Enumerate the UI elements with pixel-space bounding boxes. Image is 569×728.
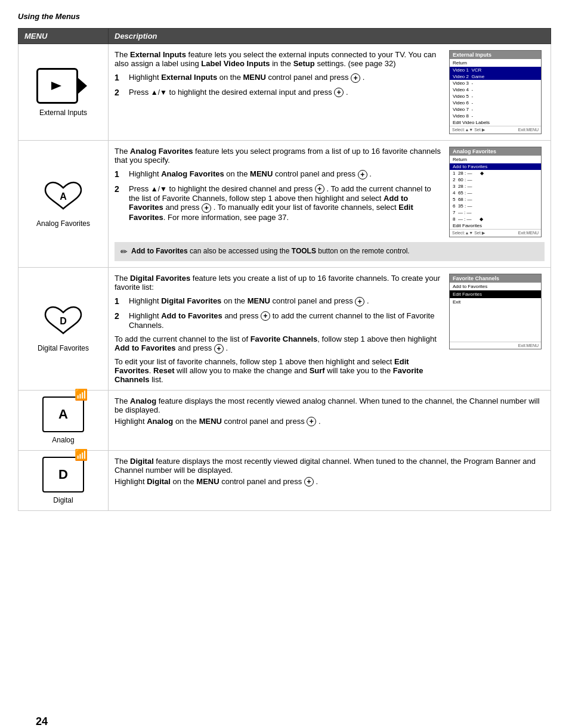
af-row-2: 2 60 : — bbox=[450, 176, 541, 183]
analog-label: Analog bbox=[24, 436, 102, 444]
digital-letter: D bbox=[58, 467, 68, 482]
digital-desc-2: Highlight Digital on the MENU control pa… bbox=[115, 477, 545, 487]
analog-fav-label: Analog Favorites bbox=[24, 219, 102, 228]
menu-cell-analog-fav: A Analog Favorites bbox=[18, 141, 109, 268]
page-wrapper: Using the Menus MENU Description bbox=[18, 12, 551, 728]
af-note-box: ✏ Add to Favorites can also be accessed … bbox=[115, 242, 545, 261]
df-footer-right: Exit:MENU bbox=[518, 343, 539, 348]
antenna-icon: 📶 bbox=[75, 388, 88, 401]
ext-row-1: Video 1 VCR bbox=[450, 67, 541, 73]
af-row-7: 7 — : — bbox=[450, 209, 541, 216]
af-screen-footer: Select:▲▼ Set:▶ Exit:MENU bbox=[450, 229, 541, 237]
df-row-edit: Edit Favorites bbox=[450, 290, 541, 298]
row-analog: A 📶 Analog The Analog feature displays t… bbox=[18, 390, 551, 450]
desc-cell-digital-fav: The Digital Favorites feature lets you c… bbox=[109, 268, 551, 391]
col-menu-header: MENU bbox=[18, 29, 109, 44]
ext-row-8: Video 8 - bbox=[450, 113, 541, 119]
digital-circle-plus: + bbox=[304, 477, 314, 487]
page-number: 24 bbox=[36, 715, 48, 728]
digital-fav-label: Digital Favorites bbox=[24, 344, 102, 352]
af-steps: 1 Highlight Analog Favorites on the MENU… bbox=[115, 169, 443, 222]
svg-marker-0 bbox=[51, 82, 61, 90]
row-digital: D 📶 Digital The Digital feature displays… bbox=[18, 450, 551, 510]
digital-fav-icon: D bbox=[42, 305, 84, 340]
section-title: Using the Menus bbox=[18, 12, 551, 21]
row-analog-favorites: A Analog Favorites The Analog Favorites … bbox=[18, 141, 551, 268]
digital-icon: D 📶 bbox=[42, 457, 84, 492]
note-pencil-icon: ✏ bbox=[120, 247, 128, 256]
menu-cell-external-inputs: External Inputs bbox=[18, 44, 109, 141]
df-step-1: 1 Highlight Digital Favorites on the MEN… bbox=[115, 296, 443, 306]
ext-intro: The External Inputs feature lets you sel… bbox=[115, 50, 443, 68]
df-extra-1: To add the current channel to the list o… bbox=[115, 334, 443, 354]
desc-cell-digital: The Digital feature displays the most re… bbox=[109, 450, 551, 510]
ext-row-7: Video 7 - bbox=[450, 106, 541, 113]
df-empty-space bbox=[450, 306, 541, 342]
digital-label: Digital bbox=[24, 496, 102, 504]
external-inputs-label: External Inputs bbox=[24, 109, 102, 117]
af-circle-plus-1: + bbox=[358, 170, 367, 179]
af-step-1: 1 Highlight Analog Favorites on the MENU… bbox=[115, 169, 443, 179]
digital-antenna-icon: 📶 bbox=[75, 448, 88, 461]
analog-fav-icon: A bbox=[42, 180, 84, 216]
external-inputs-desc: The External Inputs feature lets you sel… bbox=[115, 50, 443, 134]
analog-desc-2: Highlight Analog on the MENU control pan… bbox=[115, 417, 545, 427]
df-circle-plus-3: + bbox=[214, 344, 224, 354]
af-circle-plus-2: + bbox=[315, 184, 324, 194]
arrow-right-svg bbox=[48, 77, 66, 95]
svg-text:D: D bbox=[60, 316, 67, 326]
row-digital-favorites: D Digital Favorites The Digital Favorite… bbox=[18, 268, 551, 391]
df-footer: Exit:MENU bbox=[450, 342, 541, 349]
circle-plus-icon-2: + bbox=[334, 88, 344, 97]
df-screen-header: Favorite Channels bbox=[450, 274, 541, 283]
df-screen: Favorite Channels Add to Favorites Edit … bbox=[449, 274, 545, 384]
analog-letter: A bbox=[58, 407, 68, 422]
af-row-8: 8 — : — ◆ bbox=[450, 216, 541, 222]
df-extra-2: To edit your list of favorite channels, … bbox=[115, 357, 443, 384]
ext-screen-mockup: External Inputs Return Video 1 VCR Video… bbox=[449, 50, 542, 134]
menu-cell-digital: D 📶 Digital bbox=[18, 450, 109, 510]
af-row-add: Add to Favorites bbox=[450, 163, 541, 170]
circle-plus-icon: + bbox=[351, 73, 360, 83]
ext-steps: 1 Highlight External Inputs on the MENU … bbox=[115, 73, 443, 97]
af-row-4: 4 65 : — bbox=[450, 190, 541, 196]
af-screen-mockup: Analog Favorites Return Add to Favorites… bbox=[449, 147, 542, 237]
af-circle-plus-3: + bbox=[202, 203, 211, 213]
af-screen-header: Analog Favorites bbox=[450, 147, 541, 156]
external-input-icon bbox=[36, 68, 78, 104]
ext-row-3: Video 3 - bbox=[450, 80, 541, 86]
ext-row-4: Video 4 - bbox=[450, 86, 541, 93]
external-inputs-icon-wrapper: External Inputs bbox=[24, 68, 102, 117]
af-row-6: 6 35 : — bbox=[450, 203, 541, 209]
ext-screen-header: External Inputs bbox=[450, 51, 541, 59]
desc-cell-analog-fav: The Analog Favorites feature lets you se… bbox=[109, 141, 551, 268]
desc-cell-external-inputs: The External Inputs feature lets you sel… bbox=[109, 44, 551, 141]
desc-cell-analog: The Analog feature displays the most rec… bbox=[109, 390, 551, 450]
df-steps: 1 Highlight Digital Favorites on the MEN… bbox=[115, 296, 443, 330]
af-note-text: Add to Favorites can also be accessed us… bbox=[131, 247, 410, 255]
af-screen: Analog Favorites Return Add to Favorites… bbox=[449, 147, 545, 237]
af-row-edit: Edit Favorites bbox=[450, 222, 541, 229]
menu-cell-digital-fav: D Digital Favorites bbox=[18, 268, 109, 391]
ext-row-labels: Edit Video Labels bbox=[450, 119, 541, 126]
af-intro: The Analog Favorites feature lets you se… bbox=[115, 147, 443, 165]
ext-screen: External Inputs Return Video 1 VCR Video… bbox=[449, 50, 545, 134]
df-step-2: 2 Highlight Add to Favorites and press +… bbox=[115, 311, 443, 330]
df-intro: The Digital Favorites feature lets you c… bbox=[115, 274, 443, 292]
af-row-3: 3 28 : — bbox=[450, 183, 541, 190]
af-row-1: 1 28 : — ◆ bbox=[450, 170, 541, 176]
df-row-add: Add to Favorites bbox=[450, 283, 541, 290]
df-circle-plus-1: + bbox=[355, 297, 364, 306]
digital-fav-desc: The Digital Favorites feature lets you c… bbox=[115, 274, 443, 384]
af-step-2: 2 Press ▲/▼ to highlight the desired cha… bbox=[115, 184, 443, 222]
ext-step-1: 1 Highlight External Inputs on the MENU … bbox=[115, 73, 443, 83]
row-external-inputs: External Inputs The External Inputs feat… bbox=[18, 44, 551, 141]
ext-footer-right: Exit:MENU bbox=[518, 128, 539, 132]
ext-row-5: Video 5 - bbox=[450, 93, 541, 100]
df-screen-mockup: Favorite Channels Add to Favorites Edit … bbox=[449, 274, 542, 349]
ext-row-6: Video 6 - bbox=[450, 100, 541, 106]
af-screen-return: Return bbox=[450, 156, 541, 163]
df-row-exit: Exit bbox=[450, 298, 541, 306]
ext-step-2: 2 Press ▲/▼ to highlight the desired ext… bbox=[115, 88, 443, 98]
main-table: MENU Description Ex bbox=[18, 28, 551, 511]
